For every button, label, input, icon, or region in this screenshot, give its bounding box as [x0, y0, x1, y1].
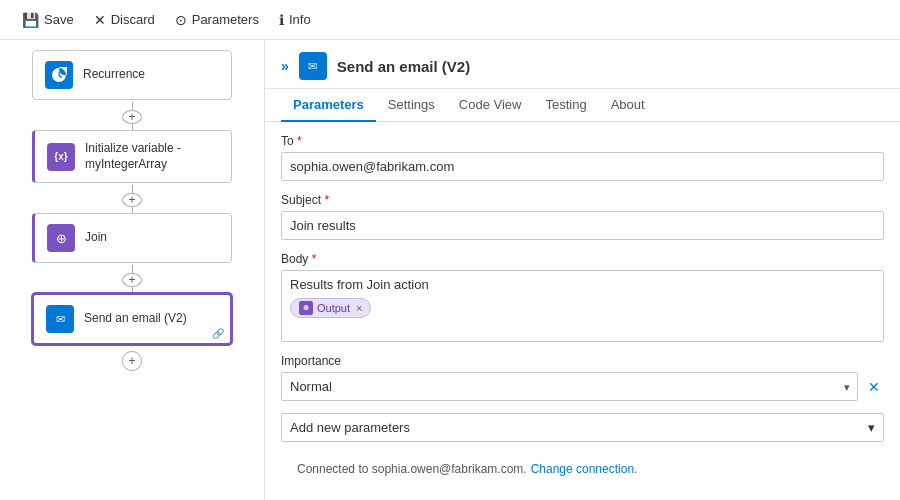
info-button[interactable]: ℹ Info	[269, 8, 321, 32]
sendemail-icon: ✉	[46, 305, 74, 333]
body-required: *	[312, 252, 317, 266]
token-label: Output	[317, 302, 350, 314]
subject-label: Subject *	[281, 193, 884, 207]
main-layout: Recurrence + {x} Initialize variable - m…	[0, 40, 900, 500]
left-panel: Recurrence + {x} Initialize variable - m…	[0, 40, 265, 500]
line-3	[132, 265, 133, 273]
tabs-bar: Parameters Settings Code View Testing Ab…	[265, 89, 900, 122]
line-1	[132, 102, 133, 110]
initvar-icon: {x}	[47, 143, 75, 171]
recurrence-icon	[45, 61, 73, 89]
chevron-down-icon-params: ▾	[868, 420, 875, 435]
to-required: *	[297, 134, 302, 148]
subject-group: Subject *	[281, 193, 884, 240]
add-step-4[interactable]: +	[122, 351, 142, 371]
panel-title-icon: ✉	[299, 52, 327, 80]
tab-settings[interactable]: Settings	[376, 89, 447, 122]
importance-label: Importance	[281, 354, 884, 368]
token-remove[interactable]: ×	[356, 302, 362, 314]
connection-bar: Connected to sophia.owen@fabrikam.com. C…	[281, 454, 884, 484]
save-icon: 💾	[22, 12, 39, 28]
token-icon: ⊕	[299, 301, 313, 315]
sendemail-label: Send an email (V2)	[84, 311, 187, 327]
to-group: To *	[281, 134, 884, 181]
save-button[interactable]: 💾 Save	[12, 8, 84, 32]
add-step-1[interactable]: +	[122, 110, 142, 124]
body-text: Results from Join action	[290, 277, 875, 292]
add-step-3[interactable]: +	[122, 273, 142, 287]
initvar-card[interactable]: {x} Initialize variable - myIntegerArray	[32, 130, 232, 183]
line-2	[132, 185, 133, 193]
toolbar: 💾 Save ✕ Discard ⊙ Parameters ℹ Info	[0, 0, 900, 40]
info-label: Info	[289, 12, 311, 27]
importance-select[interactable]: Normal Low High	[281, 372, 858, 401]
parameters-icon: ⊙	[175, 12, 187, 28]
body-group: Body * Results from Join action ⊕ Output…	[281, 252, 884, 342]
tab-about[interactable]: About	[599, 89, 657, 122]
tab-testing[interactable]: Testing	[533, 89, 598, 122]
importance-group: Importance Normal Low High ▾ ✕	[281, 354, 884, 401]
initvar-label: Initialize variable - myIntegerArray	[85, 141, 219, 172]
info-icon: ℹ	[279, 12, 284, 28]
discard-button[interactable]: ✕ Discard	[84, 8, 165, 32]
connector-1: +	[122, 100, 142, 130]
change-connection-link[interactable]: Change connection.	[531, 462, 638, 476]
to-label: To *	[281, 134, 884, 148]
connection-text: Connected to sophia.owen@fabrikam.com.	[297, 462, 527, 476]
subject-input[interactable]	[281, 211, 884, 240]
flow-step-initvar: {x} Initialize variable - myIntegerArray	[0, 130, 264, 183]
recurrence-card[interactable]: Recurrence	[32, 50, 232, 100]
form-area: To * Subject * Body *	[265, 122, 900, 500]
connector-4: +	[122, 351, 142, 381]
sendemail-card[interactable]: ✉ Send an email (V2) 🔗	[32, 293, 232, 345]
tab-parameters[interactable]: Parameters	[281, 89, 376, 122]
discard-icon: ✕	[94, 12, 106, 28]
add-step-2[interactable]: +	[122, 193, 142, 207]
importance-select-wrap: Normal Low High ▾	[281, 372, 858, 401]
join-card[interactable]: ⊕ Join	[32, 213, 232, 263]
body-label: Body *	[281, 252, 884, 266]
save-label: Save	[44, 12, 74, 27]
discard-label: Discard	[111, 12, 155, 27]
add-params-group: Add new parameters ▾	[281, 413, 884, 442]
recurrence-label: Recurrence	[83, 67, 145, 83]
to-input[interactable]	[281, 152, 884, 181]
parameters-button[interactable]: ⊙ Parameters	[165, 8, 269, 32]
add-params-button[interactable]: Add new parameters ▾	[281, 413, 884, 442]
join-icon: ⊕	[47, 224, 75, 252]
right-panel: » ✉ Send an email (V2) Parameters Settin…	[265, 40, 900, 500]
subject-required: *	[324, 193, 329, 207]
flow-step-sendemail: ✉ Send an email (V2) 🔗	[0, 293, 264, 345]
body-editor[interactable]: Results from Join action ⊕ Output ×	[281, 270, 884, 342]
panel-header: » ✉ Send an email (V2)	[265, 40, 900, 89]
link-icon: 🔗	[212, 328, 224, 339]
connector-2: +	[122, 183, 142, 213]
tab-codeview[interactable]: Code View	[447, 89, 534, 122]
clear-importance-button[interactable]: ✕	[864, 375, 884, 399]
expand-button[interactable]: »	[281, 58, 289, 74]
connector-3: +	[122, 263, 142, 293]
parameters-label: Parameters	[192, 12, 259, 27]
add-params-label: Add new parameters	[290, 420, 410, 435]
flow-step-recurrence: Recurrence	[0, 50, 264, 100]
importance-row: Normal Low High ▾ ✕	[281, 372, 884, 401]
join-label: Join	[85, 230, 107, 246]
panel-title: Send an email (V2)	[337, 58, 470, 75]
flow-step-join: ⊕ Join	[0, 213, 264, 263]
body-token: ⊕ Output ×	[290, 298, 371, 318]
